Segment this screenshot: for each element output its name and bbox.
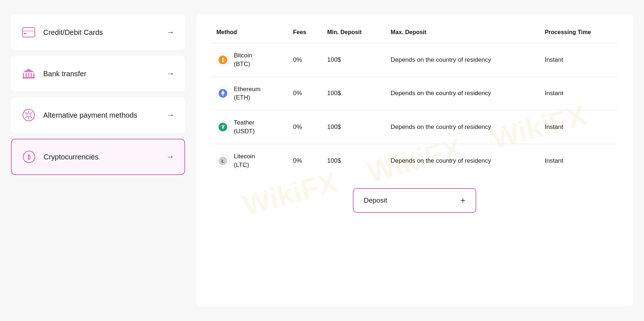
- svg-line-14: [30, 117, 32, 118]
- processing-time-cell-3: Instant: [539, 144, 619, 177]
- svg-rect-2: [24, 33, 27, 34]
- deposit-button-row: Deposit +: [211, 188, 619, 213]
- svg-text:Ł: Ł: [221, 158, 224, 164]
- nav-item-credit-debit-arrow: →: [167, 28, 175, 37]
- table-row: ₮ Teather(USDT) 0% 100$ Depends on the c…: [211, 110, 619, 144]
- nav-item-bank-transfer-label: Bank transfer: [43, 70, 159, 78]
- eth-icon: [216, 87, 229, 100]
- svg-rect-9: [23, 77, 35, 78]
- btc-icon: ₿: [216, 53, 229, 66]
- fees-cell-0: 0%: [287, 43, 321, 77]
- svg-text:₿: ₿: [28, 154, 30, 160]
- nav-item-credit-debit[interactable]: Credit/Debit Cards →: [11, 15, 185, 50]
- table-row: ₿ Bitcoin(BTC) 0% 100$ Depends on the co…: [211, 43, 619, 77]
- svg-rect-0: [23, 28, 35, 37]
- alt-payment-icon: [21, 108, 36, 122]
- fees-cell-3: 0%: [287, 144, 321, 177]
- min-deposit-cell-2: 100$: [321, 110, 385, 144]
- max-deposit-cell-3: Depends on the country of residency: [385, 144, 539, 177]
- bank-icon: [21, 66, 36, 81]
- deposit-button-label: Deposit: [364, 196, 387, 204]
- method-name-3: Litecoin(LTC): [234, 152, 255, 170]
- col-header-method: Method: [211, 25, 287, 43]
- crypto-table: Method Fees Min. Deposit Max. Deposit Pr…: [211, 25, 619, 177]
- page-wrapper: Credit/Debit Cards → Bank transfer →: [0, 0, 644, 321]
- nav-item-alternative-label: Alternative payment methods: [43, 111, 159, 119]
- nav-item-crypto[interactable]: ₿ Cryptocurrencies →: [11, 139, 185, 175]
- min-deposit-cell-1: 100$: [321, 77, 385, 110]
- method-cell-3: Ł Litecoin(LTC): [211, 144, 287, 177]
- crypto-nav-icon: ₿: [22, 150, 36, 164]
- method-name-1: Ethereum(ETH): [234, 85, 261, 102]
- table-row: Ł Litecoin(LTC) 0% 100$ Depends on the c…: [211, 144, 619, 177]
- col-header-min-deposit: Min. Deposit: [321, 25, 385, 43]
- card-icon: [21, 25, 36, 40]
- svg-rect-5: [28, 73, 29, 77]
- nav-item-credit-debit-label: Credit/Debit Cards: [43, 28, 159, 37]
- nav-item-alternative-arrow: →: [167, 110, 175, 120]
- svg-point-11: [27, 113, 30, 117]
- svg-text:₿: ₿: [222, 57, 224, 63]
- processing-time-cell-2: Instant: [539, 110, 619, 144]
- method-name-2: Teather(USDT): [234, 118, 255, 136]
- max-deposit-cell-2: Depends on the country of residency: [385, 110, 539, 144]
- svg-rect-4: [25, 73, 27, 77]
- col-header-processing-time: Processing Time: [539, 25, 619, 43]
- svg-line-16: [25, 117, 27, 118]
- svg-rect-3: [23, 73, 24, 77]
- nav-item-alternative[interactable]: Alternative payment methods →: [11, 97, 185, 133]
- method-cell-1: Ethereum(ETH): [211, 77, 287, 110]
- method-cell-0: ₿ Bitcoin(BTC): [211, 43, 287, 77]
- nav-item-crypto-label: Cryptocurrencies: [44, 153, 159, 161]
- svg-line-13: [30, 112, 32, 114]
- svg-rect-1: [23, 30, 35, 32]
- max-deposit-cell-1: Depends on the country of residency: [385, 77, 539, 110]
- col-header-max-deposit: Max. Deposit: [385, 25, 539, 43]
- svg-rect-6: [30, 73, 32, 77]
- nav-item-bank-transfer[interactable]: Bank transfer →: [11, 56, 185, 92]
- nav-item-crypto-arrow: →: [166, 152, 174, 162]
- deposit-button-plus: +: [460, 195, 465, 206]
- fees-cell-1: 0%: [287, 77, 321, 110]
- deposit-button[interactable]: Deposit +: [353, 188, 476, 213]
- svg-text:₮: ₮: [221, 125, 225, 130]
- usdt-icon: ₮: [216, 121, 229, 134]
- left-panel: Credit/Debit Cards → Bank transfer →: [11, 15, 185, 306]
- method-name-0: Bitcoin(BTC): [234, 51, 252, 69]
- svg-marker-8: [23, 69, 34, 72]
- right-panel: WikiFX WikiFX WikiFX Method Fees Min. De…: [196, 15, 633, 306]
- min-deposit-cell-0: 100$: [321, 43, 385, 77]
- ltc-icon: Ł: [216, 154, 229, 167]
- svg-rect-7: [33, 73, 34, 77]
- processing-time-cell-1: Instant: [539, 77, 619, 110]
- fees-cell-2: 0%: [287, 110, 321, 144]
- method-cell-2: ₮ Teather(USDT): [211, 110, 287, 144]
- max-deposit-cell-0: Depends on the country of residency: [385, 43, 539, 77]
- processing-time-cell-0: Instant: [539, 43, 619, 77]
- min-deposit-cell-3: 100$: [321, 144, 385, 177]
- nav-item-bank-transfer-arrow: →: [167, 69, 175, 78]
- svg-line-17: [25, 112, 27, 114]
- col-header-fees: Fees: [287, 25, 321, 43]
- table-row: Ethereum(ETH) 0% 100$ Depends on the cou…: [211, 77, 619, 110]
